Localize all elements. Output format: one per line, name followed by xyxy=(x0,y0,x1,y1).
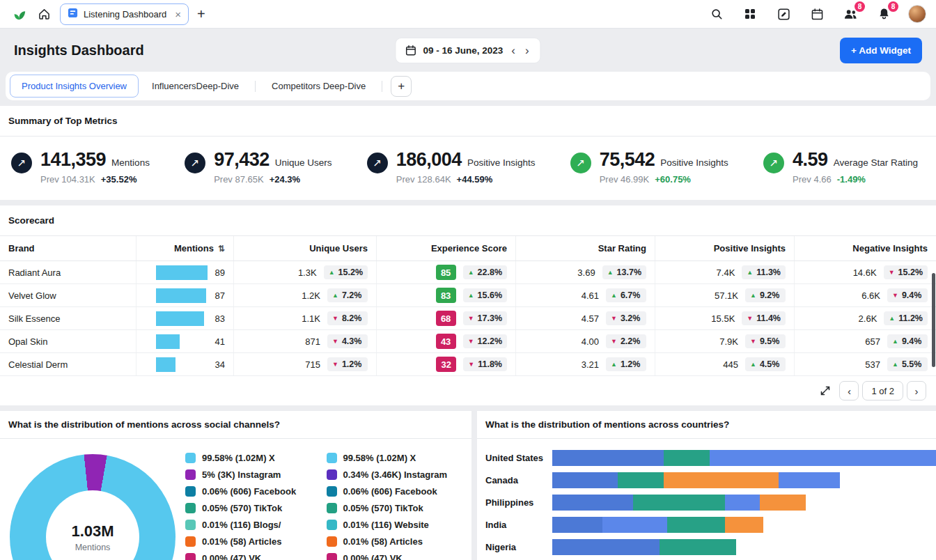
add-tab-button[interactable]: + xyxy=(391,76,412,97)
trend-arrow-icon: ↗ xyxy=(763,153,784,173)
metric-card: ↗186,004Positive InsightsPrev 128.64K+44… xyxy=(367,149,536,185)
legend-item[interactable]: 0.06% (606) Facebook xyxy=(327,486,468,497)
column-label: Mentions xyxy=(174,243,214,254)
add-widget-button[interactable]: + Add Widget xyxy=(840,38,922,63)
trend-down-icon: ▼ xyxy=(750,339,756,345)
star-rating-cell: 4.00▼2.2% xyxy=(515,330,655,352)
legend-swatch xyxy=(185,486,196,497)
legend-item[interactable]: 0.01% (58) Articles xyxy=(185,536,327,547)
tab-competitors-deep-dive[interactable]: Competitors Deep-Dive xyxy=(260,75,377,98)
mentions-cell: 89 xyxy=(136,261,233,283)
close-tab-icon[interactable]: × xyxy=(175,9,181,20)
legend-item[interactable]: 0.01% (116) Website xyxy=(327,520,468,530)
donut-chart[interactable]: 1.03M Mentions xyxy=(10,449,185,560)
sort-icon[interactable]: ⇅ xyxy=(218,244,225,254)
new-tab-button[interactable]: + xyxy=(197,6,205,22)
trend-percent: 22.8% xyxy=(478,267,502,277)
column-header-star-rating[interactable]: Star Rating xyxy=(515,236,655,260)
cell-value: 2.6K xyxy=(859,313,878,324)
next-page-button[interactable]: › xyxy=(907,381,926,400)
country-bar[interactable] xyxy=(552,450,936,466)
page-header: Insights Dashboard 09 - 16 June, 2023 ‹ … xyxy=(0,29,936,72)
experience-score-cell: 85▲22.8% xyxy=(376,261,515,283)
column-header-mentions[interactable]: Mentions⇅ xyxy=(136,236,233,260)
trend-percent: 2.2% xyxy=(621,336,641,346)
trend-up-icon: ▲ xyxy=(611,293,617,299)
scrollbar-thumb[interactable] xyxy=(932,273,935,367)
people-icon[interactable]: 8 xyxy=(841,5,859,23)
legend-label: 0.06% (606) Facebook xyxy=(343,486,437,497)
trend-down-icon: ▼ xyxy=(468,361,474,368)
country-row: Philippines xyxy=(485,495,936,511)
countries-panel-title: What is the distribution of mentions acr… xyxy=(477,411,936,439)
legend-item[interactable]: 0.01% (116) Blogs/ xyxy=(185,520,327,530)
legend-item[interactable]: 99.58% (1.02M) X xyxy=(185,453,327,463)
browser-tab-listening-dashboard[interactable]: Listening Dashboard × xyxy=(60,3,189,25)
trend-pill: ▼3.2% xyxy=(606,311,646,325)
sprout-logo-icon[interactable] xyxy=(10,5,28,23)
legend-label: 0.01% (58) Articles xyxy=(343,536,423,547)
trend-down-icon: ▼ xyxy=(468,316,474,322)
column-header-experience-score[interactable]: Experience Score xyxy=(376,236,515,260)
legend-label: 0.00% (47) VK xyxy=(343,553,403,560)
column-header-positive-insights[interactable]: Positive Insights xyxy=(655,236,794,260)
country-bar[interactable] xyxy=(552,539,936,555)
metric-line2: Prev 104.31K+35.52% xyxy=(40,174,150,185)
user-avatar[interactable] xyxy=(908,5,926,23)
previous-page-button[interactable]: ‹ xyxy=(839,381,859,400)
trend-down-icon: ▼ xyxy=(332,339,338,345)
country-bar[interactable] xyxy=(552,472,936,488)
search-icon[interactable] xyxy=(708,5,726,23)
trend-pill: ▼11.4% xyxy=(742,311,786,325)
home-icon[interactable] xyxy=(35,5,53,23)
expand-icon[interactable] xyxy=(820,385,831,396)
column-header-unique-users[interactable]: Unique Users xyxy=(233,236,376,260)
calendar-icon[interactable] xyxy=(808,5,826,23)
metric-label: Unique Users xyxy=(275,157,332,168)
unique-users-cell: 1.3K▲15.2% xyxy=(233,261,376,283)
metric-line2: Prev 128.64K+44.59% xyxy=(396,174,536,185)
metric-card: ↗141,359MentionsPrev 104.31K+35.52% xyxy=(11,149,150,185)
compose-icon[interactable] xyxy=(774,5,793,23)
metric-body: 4.59Average Star RatingPrev 4.66-1.49% xyxy=(793,149,918,185)
legend-label: 5% (3K) Instagram xyxy=(202,469,281,480)
previous-period-chevron[interactable]: ‹ xyxy=(510,45,517,56)
trend-percent: 15.2% xyxy=(898,267,923,277)
metric-card: ↗4.59Average Star RatingPrev 4.66-1.49% xyxy=(763,149,918,185)
metric-line1: 186,004Positive Insights xyxy=(396,149,536,171)
metric-delta: -1.49% xyxy=(837,174,866,185)
score-badge: 68 xyxy=(436,311,456,326)
notifications-bell-icon[interactable]: 8 xyxy=(875,5,893,23)
legend-item[interactable]: 0.06% (606) Facebook xyxy=(185,486,327,497)
trend-percent: 6.7% xyxy=(621,290,641,300)
countries-panel: What is the distribution of mentions acr… xyxy=(477,411,936,560)
trend-pill: ▲9.2% xyxy=(745,288,786,302)
column-header-negative-insights[interactable]: Negative Insights xyxy=(794,236,936,260)
next-period-chevron[interactable]: › xyxy=(524,45,531,56)
brand-cell: Velvet Glow xyxy=(0,284,136,306)
legend-item[interactable]: 0.34% (3.46K) Instagram xyxy=(327,469,468,480)
legend-item[interactable]: 99.58% (1.02M) X xyxy=(327,453,468,463)
country-bar[interactable] xyxy=(552,495,936,511)
date-range-picker[interactable]: 09 - 16 June, 2023 ‹ › xyxy=(396,38,540,63)
trend-percent: 13.7% xyxy=(617,267,641,277)
legend-item[interactable]: 0.01% (58) Articles xyxy=(327,536,468,547)
bar-segment xyxy=(725,517,763,533)
legend-item[interactable]: 0.00% (47) VK xyxy=(327,553,468,560)
legend-item[interactable]: 0.00% (47) VK xyxy=(185,553,327,560)
legend-item[interactable]: 0.05% (570) TikTok xyxy=(185,503,327,513)
column-header-brand[interactable]: Brand xyxy=(0,236,136,260)
apps-grid-icon[interactable] xyxy=(741,5,759,23)
unique-users-cell: 1.1K▼8.2% xyxy=(233,307,376,329)
legend-item[interactable]: 5% (3K) Instagram xyxy=(185,469,327,480)
tab-product-insights-overview[interactable]: Product Insights Overview xyxy=(10,75,139,98)
legend-item[interactable]: 0.05% (570) TikTok xyxy=(327,503,468,513)
country-bar[interactable] xyxy=(552,517,936,533)
tab-separator xyxy=(255,81,256,92)
metric-line1: 75,542Positive Insights xyxy=(600,149,728,171)
negative-insights-cell: 2.6K▲11.2% xyxy=(794,307,936,329)
tab-separator xyxy=(382,81,382,92)
tab-influencers-deep-dive[interactable]: InfluencersDeep-Dive xyxy=(140,75,251,98)
trend-pill: ▼12.2% xyxy=(463,334,507,348)
dashboard-tabs: Product Insights Overview InfluencersDee… xyxy=(6,72,930,100)
